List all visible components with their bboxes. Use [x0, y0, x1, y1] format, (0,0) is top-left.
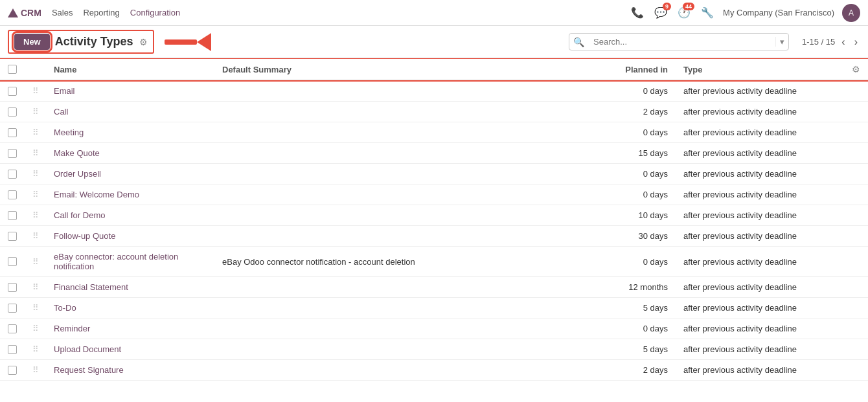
table-row: ⠿ Financial Statement 12 months after pr… — [0, 277, 868, 298]
table-row: ⠿ To-Do 5 days after previous activity d… — [0, 298, 868, 318]
table-row: ⠿ Make Quote 15 days after previous acti… — [0, 143, 868, 164]
row-name[interactable]: Call for Demo — [46, 205, 214, 226]
phone-icon[interactable]: 📞 — [630, 5, 645, 21]
table-row: ⠿ eBay connector: account deletion notif… — [0, 247, 868, 277]
row-summary — [214, 226, 611, 247]
gear-icon[interactable]: ⚙ — [139, 37, 148, 47]
new-button[interactable]: New — [14, 34, 50, 50]
search-box[interactable]: 🔍 ▾ — [569, 33, 789, 50]
table-row: ⠿ Order Upsell 0 days after previous act… — [0, 164, 868, 184]
clock-icon[interactable]: 🕐 44 — [676, 5, 692, 21]
row-settings-cell — [844, 184, 868, 205]
row-type: after previous activity deadline — [676, 164, 844, 184]
table-row: ⠿ Upload Document 5 days after previous … — [0, 339, 868, 360]
drag-handle-icon[interactable]: ⠿ — [32, 86, 38, 96]
row-checkbox[interactable] — [8, 232, 17, 241]
row-settings-cell — [844, 80, 868, 102]
row-name[interactable]: To-Do — [46, 298, 214, 318]
search-dropdown-icon[interactable]: ▾ — [775, 37, 788, 47]
row-type: after previous activity deadline — [676, 205, 844, 226]
header-summary[interactable]: Default Summary — [214, 59, 611, 81]
header-planned[interactable]: Planned in — [611, 59, 676, 81]
chat-icon[interactable]: 💬 9 — [653, 5, 668, 21]
row-planned: 5 days — [611, 298, 676, 318]
company-name[interactable]: My Company (San Francisco) — [723, 8, 834, 17]
drag-handle-icon[interactable]: ⠿ — [32, 128, 38, 137]
drag-handle-icon[interactable]: ⠿ — [32, 303, 38, 313]
row-name[interactable]: Email — [46, 80, 214, 102]
row-name[interactable]: Request Signature — [46, 360, 214, 381]
row-drag-handle-cell: ⠿ — [25, 277, 46, 298]
drag-handle-icon[interactable]: ⠿ — [32, 282, 38, 292]
row-planned: 5 days — [611, 339, 676, 360]
nav-menu-reporting[interactable]: Reporting — [83, 8, 119, 17]
page-title: Activity Types — [55, 35, 133, 49]
drag-handle-icon[interactable]: ⠿ — [32, 210, 38, 220]
row-name[interactable]: Email: Welcome Demo — [46, 184, 214, 205]
toolbar: New Activity Types ⚙ 🔍 ▾ 1-15 / 15 ‹ › — [0, 26, 868, 58]
wrench-icon[interactable]: 🔧 — [700, 5, 715, 21]
row-name[interactable]: Financial Statement — [46, 277, 214, 298]
select-all-checkbox[interactable] — [8, 65, 17, 74]
row-checkbox[interactable] — [8, 324, 17, 333]
drag-handle-icon[interactable]: ⠿ — [32, 190, 38, 199]
pagination-next-button[interactable]: › — [852, 35, 860, 49]
pagination-prev-button[interactable]: ‹ — [839, 35, 847, 49]
nav-logo-text[interactable]: CRM — [21, 8, 41, 18]
drag-handle-icon[interactable]: ⠿ — [32, 344, 38, 354]
nav-logo[interactable]: CRM — [8, 8, 41, 18]
nav-right: 📞 💬 9 🕐 44 🔧 My Company (San Francisco) … — [630, 4, 860, 22]
row-name[interactable]: Upload Document — [46, 339, 214, 360]
drag-handle-icon[interactable]: ⠿ — [32, 257, 38, 267]
row-checkbox[interactable] — [8, 107, 17, 117]
row-name[interactable]: Call — [46, 102, 214, 122]
search-input[interactable] — [588, 34, 775, 50]
row-checkbox[interactable] — [8, 257, 17, 266]
header-type[interactable]: Type — [676, 59, 844, 81]
row-settings-cell — [844, 122, 868, 143]
row-checkbox[interactable] — [8, 190, 17, 199]
row-checkbox-cell — [0, 318, 25, 339]
row-checkbox[interactable] — [8, 366, 17, 375]
drag-handle-icon[interactable]: ⠿ — [32, 231, 38, 241]
row-name[interactable]: Make Quote — [46, 143, 214, 164]
row-type: after previous activity deadline — [676, 360, 844, 381]
row-summary — [214, 102, 611, 122]
row-checkbox[interactable] — [8, 304, 17, 313]
row-drag-handle-cell: ⠿ — [25, 247, 46, 277]
row-settings-cell — [844, 226, 868, 247]
row-planned: 0 days — [611, 318, 676, 339]
drag-handle-icon[interactable]: ⠿ — [32, 365, 38, 375]
drag-handle-icon[interactable]: ⠿ — [32, 169, 38, 179]
drag-handle-icon[interactable]: ⠿ — [32, 148, 38, 158]
row-checkbox[interactable] — [8, 211, 17, 220]
row-type: after previous activity deadline — [676, 80, 844, 102]
row-checkbox[interactable] — [8, 149, 17, 158]
row-checkbox[interactable] — [8, 87, 17, 96]
row-checkbox-cell — [0, 205, 25, 226]
nav-menu-sales[interactable]: Sales — [52, 8, 73, 17]
user-avatar[interactable]: A — [842, 4, 860, 22]
header-name[interactable]: Name — [46, 59, 214, 81]
pagination: 1-15 / 15 ‹ › — [802, 35, 860, 49]
row-planned: 0 days — [611, 247, 676, 277]
row-name[interactable]: Meeting — [46, 122, 214, 143]
row-checkbox[interactable] — [8, 283, 17, 292]
row-drag-handle-cell: ⠿ — [25, 80, 46, 102]
row-name[interactable]: Order Upsell — [46, 164, 214, 184]
row-checkbox[interactable] — [8, 170, 17, 179]
drag-handle-icon[interactable]: ⠿ — [32, 107, 38, 117]
row-checkbox[interactable] — [8, 128, 17, 137]
nav-menu-configuration[interactable]: Configuration — [130, 8, 180, 17]
row-checkbox[interactable] — [8, 345, 17, 354]
row-settings-cell — [844, 143, 868, 164]
row-summary — [214, 205, 611, 226]
row-name[interactable]: Reminder — [46, 318, 214, 339]
table-row: ⠿ Email 0 days after previous activity d… — [0, 80, 868, 102]
row-planned: 15 days — [611, 143, 676, 164]
drag-handle-icon[interactable]: ⠿ — [32, 324, 38, 333]
row-name[interactable]: eBay connector: account deletion notific… — [46, 247, 214, 277]
row-name[interactable]: Follow-up Quote — [46, 226, 214, 247]
column-settings-button[interactable]: ⚙ — [852, 64, 860, 74]
table-row: ⠿ Follow-up Quote 30 days after previous… — [0, 226, 868, 247]
